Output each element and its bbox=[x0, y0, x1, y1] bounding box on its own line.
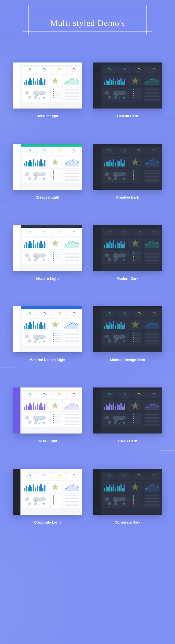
svg-point-16 bbox=[121, 94, 122, 95]
demo-label: Modern Dark bbox=[93, 277, 162, 281]
svg-point-19 bbox=[119, 98, 120, 99]
svg-point-49 bbox=[39, 261, 40, 261]
svg-point-97 bbox=[123, 422, 124, 423]
demo-item: Corporate Dark bbox=[93, 469, 162, 524]
demo-item: Default Light bbox=[13, 62, 82, 118]
svg-point-93 bbox=[111, 421, 111, 422]
demo-thumbnail[interactable] bbox=[13, 144, 82, 190]
svg-point-24 bbox=[35, 175, 36, 176]
svg-point-65 bbox=[37, 339, 38, 340]
svg-point-55 bbox=[117, 258, 118, 259]
svg-point-46 bbox=[41, 257, 42, 257]
svg-point-56 bbox=[121, 257, 122, 257]
demo-item: Creative Dark bbox=[93, 144, 162, 199]
demo-thumbnail[interactable] bbox=[13, 306, 82, 352]
svg-point-29 bbox=[39, 180, 40, 180]
demo-item: SAAS Dark bbox=[93, 387, 162, 443]
svg-point-84 bbox=[35, 419, 36, 419]
connector-line bbox=[161, 451, 175, 465]
svg-point-76 bbox=[121, 338, 122, 339]
svg-point-12 bbox=[109, 95, 109, 95]
svg-point-57 bbox=[123, 260, 124, 260]
svg-point-43 bbox=[31, 259, 32, 259]
svg-point-107 bbox=[43, 503, 44, 504]
svg-point-53 bbox=[111, 259, 111, 259]
svg-point-73 bbox=[111, 340, 111, 341]
svg-point-88 bbox=[33, 424, 34, 425]
svg-point-118 bbox=[113, 505, 113, 506]
svg-point-44 bbox=[35, 256, 36, 257]
connector-line bbox=[0, 368, 14, 382]
svg-point-104 bbox=[35, 500, 36, 501]
demo-item: Material Design Dark bbox=[93, 306, 162, 362]
demo-item: Corporate Light bbox=[13, 469, 82, 524]
demo-label: SAAS Light bbox=[13, 439, 82, 443]
svg-point-39 bbox=[119, 180, 120, 180]
connector-line bbox=[0, 202, 14, 216]
svg-point-92 bbox=[109, 420, 109, 420]
svg-point-108 bbox=[33, 505, 34, 506]
svg-point-34 bbox=[115, 175, 116, 176]
demo-thumbnail[interactable] bbox=[93, 62, 162, 109]
svg-point-94 bbox=[115, 419, 116, 419]
svg-point-86 bbox=[41, 419, 42, 420]
demo-thumbnail[interactable] bbox=[93, 225, 162, 271]
page-title: Multi styled Demo's bbox=[0, 18, 175, 28]
svg-point-119 bbox=[119, 505, 120, 505]
svg-point-74 bbox=[115, 337, 116, 338]
svg-point-116 bbox=[121, 501, 122, 501]
demo-label: Default Dark bbox=[93, 114, 162, 118]
demo-grid: Default Light Default Dark Creative Ligh… bbox=[0, 40, 175, 524]
svg-point-33 bbox=[111, 178, 111, 178]
svg-point-52 bbox=[109, 257, 109, 258]
svg-point-54 bbox=[115, 256, 116, 257]
demo-label: Corporate Light bbox=[13, 520, 82, 524]
svg-point-72 bbox=[109, 338, 109, 339]
svg-point-26 bbox=[41, 176, 42, 176]
svg-point-67 bbox=[43, 341, 44, 341]
svg-point-58 bbox=[113, 262, 113, 262]
svg-point-13 bbox=[111, 96, 111, 97]
demo-item: Creative Light bbox=[13, 144, 82, 199]
frame-line-bottom bbox=[23, 31, 152, 32]
svg-point-37 bbox=[123, 178, 124, 179]
page-header: Multi styled Demo's bbox=[0, 0, 175, 40]
demo-label: Modern Light bbox=[13, 277, 82, 281]
svg-point-14 bbox=[115, 94, 116, 94]
svg-point-36 bbox=[121, 176, 122, 176]
svg-point-68 bbox=[33, 343, 34, 343]
svg-point-77 bbox=[123, 341, 124, 341]
svg-point-8 bbox=[33, 99, 34, 100]
demo-thumbnail[interactable] bbox=[13, 387, 82, 433]
svg-point-79 bbox=[119, 342, 120, 343]
svg-point-22 bbox=[28, 176, 29, 176]
demo-thumbnail[interactable] bbox=[93, 306, 162, 352]
svg-point-112 bbox=[109, 501, 109, 501]
demo-thumbnail[interactable] bbox=[93, 144, 162, 190]
svg-point-105 bbox=[37, 502, 38, 502]
svg-point-113 bbox=[111, 503, 111, 503]
svg-point-95 bbox=[117, 420, 118, 421]
demo-thumbnail[interactable] bbox=[93, 387, 162, 433]
demo-thumbnail[interactable] bbox=[13, 62, 82, 109]
svg-point-102 bbox=[28, 501, 29, 501]
svg-point-23 bbox=[31, 178, 32, 178]
svg-point-82 bbox=[28, 420, 29, 420]
demo-thumbnail[interactable] bbox=[93, 469, 162, 515]
svg-point-7 bbox=[43, 97, 44, 98]
svg-point-96 bbox=[121, 419, 122, 420]
svg-point-64 bbox=[35, 337, 36, 338]
svg-point-48 bbox=[33, 262, 34, 262]
demo-label: SAAS Dark bbox=[93, 439, 162, 443]
demo-thumbnail[interactable] bbox=[13, 469, 82, 515]
svg-point-103 bbox=[31, 503, 32, 503]
demo-item: Modern Dark bbox=[93, 225, 162, 281]
svg-point-3 bbox=[31, 96, 32, 97]
demo-label: Material Design Light bbox=[13, 358, 82, 362]
svg-point-66 bbox=[41, 338, 42, 339]
svg-point-15 bbox=[117, 95, 118, 96]
demo-label: Creative Light bbox=[13, 195, 82, 199]
demo-label: Creative Dark bbox=[93, 195, 162, 199]
connector-line bbox=[161, 285, 175, 299]
demo-thumbnail[interactable] bbox=[13, 225, 82, 271]
